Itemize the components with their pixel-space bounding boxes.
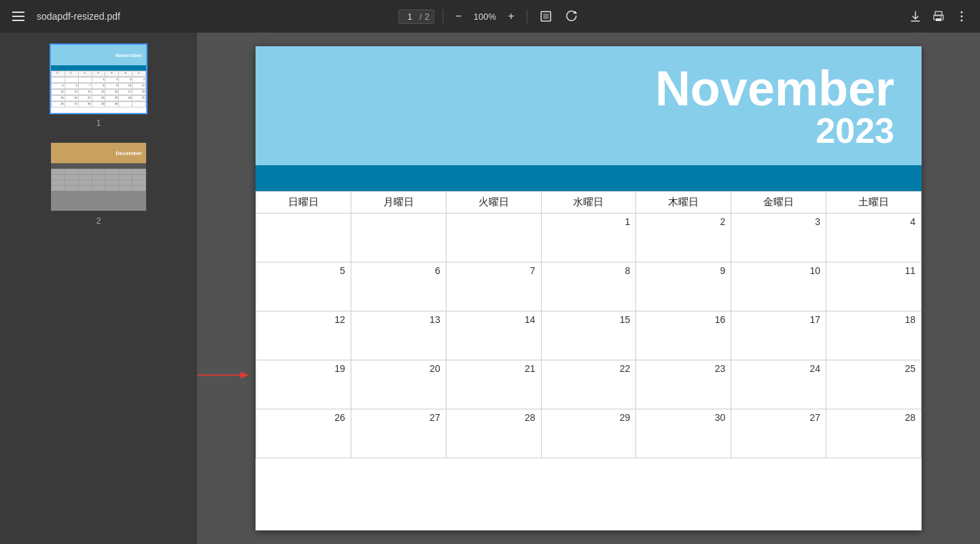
cal-cell-12: 12 [256,311,351,360]
cal-cell-empty [446,214,541,262]
day-header-mon: 月曜日 [351,192,446,214]
filename-label: sodapdf-resized.pdf [37,11,120,22]
download-button[interactable] [905,7,926,25]
hamburger-icon [12,12,24,21]
cal-cell-20: 20 [351,360,446,409]
page-number-input[interactable] [403,12,417,22]
menu-button[interactable] [8,9,29,24]
calendar-week-2: 5 6 7 8 9 10 11 [256,262,922,311]
day-header-tue: 火曜日 [446,192,541,214]
cal-cell-9: 9 [636,262,731,311]
zoom-in-button[interactable]: + [504,9,518,24]
cal-cell-28: 28 [446,409,541,458]
cal-cell-10: 10 [731,262,826,311]
svg-point-10 [961,20,963,22]
calendar-table-wrapper: 日曜日 月曜日 火曜日 水曜日 木曜日 金曜日 土曜日 [256,191,922,458]
calendar-teal-bar [256,165,922,191]
fit-page-icon [540,10,552,22]
thumb1-week5: 26 27 28 29 30 [51,101,146,107]
cal-cell-28b: 28 [826,409,922,458]
calendar-week-1: 1 2 3 4 [256,214,922,262]
thumb1-cell: 木 [105,71,119,77]
thumbnail-1[interactable]: November 日 月 火 水 木 金 土 [50,44,147,114]
thumb2-grid [51,169,146,191]
thumb1-week2: 5 6 7 8 9 10 11 [51,83,146,89]
download-icon [909,10,922,22]
fit-page-button[interactable] [536,7,556,25]
cal-cell-3: 3 [731,214,826,262]
cal-cell-13: 13 [351,311,446,360]
red-arrow-annotation [197,369,260,385]
toolbar-left: sodapdf-resized.pdf [8,9,120,24]
cal-cell-15: 15 [541,311,636,360]
svg-rect-6 [936,18,941,21]
cal-cell-21: 21 [446,360,541,409]
sidebar-panel: November 日 月 火 水 木 金 土 [0,33,197,544]
svg-marker-12 [241,372,249,379]
page-separator: / [419,12,422,22]
calendar-header: November 2023 [256,46,922,165]
thumb1-cell: 水 [92,71,106,77]
thumb1-cell: 金 [119,71,133,77]
thumb1-number: 1 [97,118,101,128]
thumb2-dark [51,163,146,169]
cal-cell-22: 22 [541,360,636,409]
print-icon [932,10,945,22]
thumb1-teal [51,65,146,71]
day-header-wed: 水曜日 [541,192,636,214]
divider [442,10,443,23]
toolbar-right [905,7,972,25]
page-total: 2 [425,12,430,22]
calendar-header-row: 日曜日 月曜日 火曜日 水曜日 木曜日 金曜日 土曜日 [256,192,922,214]
more-options-button[interactable] [951,7,972,25]
svg-point-7 [941,17,942,18]
calendar-year: 2023 [816,113,894,148]
cal-cell-27b: 27 [731,409,826,458]
calendar-week-3: 12 13 14 15 16 17 18 [256,311,922,360]
thumb1-cell: 日 [52,71,65,77]
cal-cell-5: 5 [256,262,351,311]
thumb1-week1: 1 2 3 4 [51,77,146,83]
thumbnail-1-wrapper[interactable]: November 日 月 火 水 木 金 土 [50,44,147,128]
thumb1-header-text: November [116,52,142,58]
thumb2-number: 2 [97,216,101,226]
cal-cell-24: 24 [731,360,826,409]
calendar-table: 日曜日 月曜日 火曜日 水曜日 木曜日 金曜日 土曜日 [256,191,922,458]
page-input-group: / 2 [398,10,434,24]
rotate-icon [565,10,578,22]
main-area: November 日 月 火 水 木 金 土 [0,33,980,544]
cal-cell-25: 25 [826,360,922,409]
divider2 [527,10,527,23]
toolbar-center: / 2 − 100% + [398,7,582,25]
cal-cell-4: 4 [826,214,922,262]
cal-cell-29: 29 [541,409,636,458]
zoom-value: 100% [471,12,498,22]
cal-cell-11: 11 [826,262,922,311]
print-button[interactable] [928,7,949,25]
thumbnail-2[interactable]: December [50,141,147,212]
svg-point-9 [961,16,963,18]
zoom-out-button[interactable]: − [451,9,466,24]
pdf-page-1: November 2023 日曜日 月曜日 火曜日 水曜日 木曜日 金曜日 [256,46,922,530]
svg-rect-1 [543,14,548,19]
thumbnail-2-wrapper[interactable]: December [50,141,147,226]
thumb2-bg: December [51,143,146,211]
cal-cell-17: 17 [731,311,826,360]
thumb1-header: November [51,45,146,65]
thumb1-cell: 火 [79,71,92,77]
rotate-button[interactable] [561,7,582,25]
cal-cell-30: 30 [636,409,731,458]
thumb1-day-headers: 日 月 火 水 木 金 土 [51,71,146,77]
cal-cell-23: 23 [636,360,731,409]
thumb1-cell: 月 [65,71,79,77]
day-header-thu: 木曜日 [636,192,731,214]
pdf-content-area[interactable]: November 2023 日曜日 月曜日 火曜日 水曜日 木曜日 金曜日 [197,33,980,544]
more-options-icon [956,10,968,22]
thumb2-header-text: December [116,150,142,156]
cal-cell-19: 19 [256,360,351,409]
cal-cell-6: 6 [351,262,446,311]
cal-cell-7: 7 [446,262,541,311]
day-header-sat: 土曜日 [826,192,922,214]
cal-cell-14: 14 [446,311,541,360]
cal-cell-27: 27 [351,409,446,458]
